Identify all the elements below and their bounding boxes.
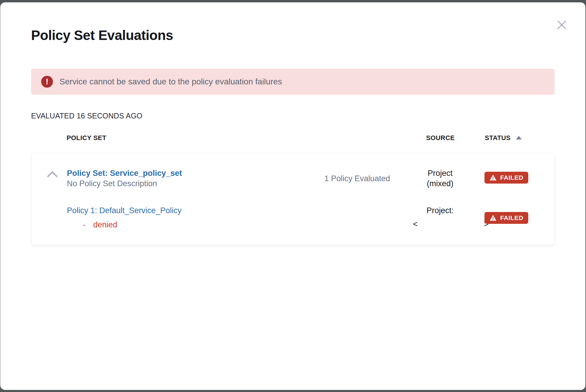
sort-ascending-icon bbox=[516, 136, 522, 139]
column-header-status-label: STATUS bbox=[485, 134, 511, 142]
angle-bracket-open: < bbox=[413, 219, 418, 229]
policies-evaluated-count: 1 Policy Evaluated bbox=[310, 174, 405, 183]
close-button[interactable] bbox=[556, 19, 568, 31]
source-cell: Project (mixed) bbox=[405, 168, 476, 189]
policy-set-card: Policy Set: Service_policy_set No Policy… bbox=[31, 153, 555, 245]
status-badge-label: FAILED bbox=[500, 174, 523, 181]
policy-name-cell: Policy 1: Default_Service_Policy - denie… bbox=[67, 205, 310, 229]
table-row: Policy 1: Default_Service_Policy - denie… bbox=[31, 205, 554, 229]
source-line1: Project bbox=[405, 168, 476, 179]
policy-set-description: No Policy Set Description bbox=[67, 178, 310, 189]
policy-result-denied: denied bbox=[93, 220, 117, 229]
status-badge: FAILED bbox=[484, 212, 528, 224]
table-header-row: POLICY SET SOURCE STATUS bbox=[31, 134, 555, 142]
status-badge-label: FAILED bbox=[500, 214, 523, 221]
policy-set-name-cell: Policy Set: Service_policy_set No Policy… bbox=[67, 168, 310, 189]
source-line2: (mixed) bbox=[405, 179, 476, 189]
column-header-status[interactable]: STATUS bbox=[476, 134, 555, 142]
policy-link[interactable]: Policy 1: Default_Service_Policy bbox=[67, 205, 181, 216]
table-row: Policy Set: Service_policy_set No Policy… bbox=[31, 168, 554, 189]
source-cell: Project: < > bbox=[405, 205, 476, 229]
warning-triangle-icon bbox=[490, 174, 497, 181]
policy-set-evaluations-modal: Policy Set Evaluations ! Service cannot … bbox=[0, 2, 585, 390]
result-dash: - bbox=[83, 220, 86, 229]
column-header-policy-set: POLICY SET bbox=[67, 134, 310, 142]
evaluated-timestamp: EVALUATED 16 SECONDS AGO bbox=[31, 112, 555, 120]
policy-result-line: - denied bbox=[67, 220, 310, 229]
error-banner-text: Service cannot be saved due to the polic… bbox=[59, 77, 282, 86]
chevron-up-icon bbox=[47, 171, 58, 178]
column-header-source: SOURCE bbox=[405, 134, 476, 142]
close-icon bbox=[556, 20, 567, 30]
status-badge: FAILED bbox=[484, 172, 528, 184]
policy-set-link[interactable]: Policy Set: Service_policy_set bbox=[67, 168, 182, 178]
collapse-row-button[interactable] bbox=[47, 171, 58, 179]
warning-triangle-icon bbox=[490, 215, 497, 221]
error-icon: ! bbox=[41, 76, 53, 88]
error-banner: ! Service cannot be saved due to the pol… bbox=[31, 69, 555, 95]
source-label: Project: bbox=[405, 205, 476, 216]
status-cell: FAILED bbox=[476, 168, 554, 184]
status-cell: FAILED bbox=[476, 205, 554, 224]
page-title: Policy Set Evaluations bbox=[31, 27, 555, 44]
